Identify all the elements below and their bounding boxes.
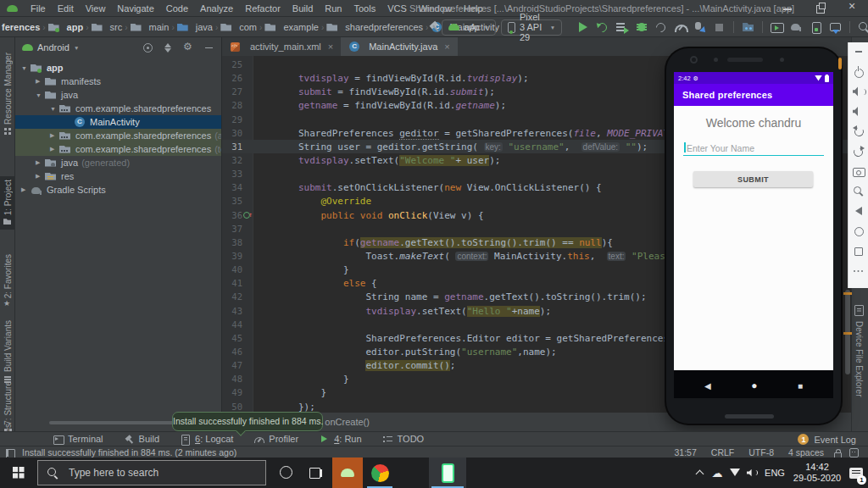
wifi-tray-button[interactable] <box>726 458 743 488</box>
tree-collapsed-arrow[interactable]: ▶ <box>36 159 45 166</box>
horizontal-scrollbar[interactable] <box>49 421 176 424</box>
window-close-button[interactable] <box>837 0 866 17</box>
debug-icon[interactable] <box>634 20 648 34</box>
taskbar-clock[interactable]: 14:42 29-05-2020 <box>789 458 845 488</box>
tool-window-toggle-icon[interactable] <box>5 448 15 458</box>
taskbar-chrome-button[interactable] <box>364 458 395 488</box>
menu-build[interactable]: Build <box>287 0 319 17</box>
tree-item-com.example.sharedpreferences[interactable]: ▼com.example.sharedpreferences <box>15 102 221 115</box>
tree-collapsed-arrow[interactable]: ▶ <box>36 173 45 180</box>
menu-navigate[interactable]: Navigate <box>111 0 159 17</box>
zoom-icon[interactable] <box>852 185 865 198</box>
menu-file[interactable]: File <box>25 0 52 17</box>
menu-analyze[interactable]: Analyze <box>194 0 239 17</box>
project-view-selector[interactable]: Android <box>37 42 70 53</box>
tree-item-app[interactable]: ▼app <box>15 61 221 75</box>
editor-breadcrumb-item[interactable]: onCreate() <box>325 417 370 427</box>
tree-item-com.example.sharedpreferences[interactable]: ▶com.example.sharedpreferences(test) <box>15 142 221 156</box>
build-hammer-icon[interactable] <box>428 20 437 34</box>
breadcrumb-item-sharedpreferences[interactable]: sharedpreferences <box>326 22 423 33</box>
language-indicator[interactable]: ENG <box>760 458 789 488</box>
close-icon[interactable]: × <box>444 42 449 52</box>
device-selector[interactable]: Pixel 3 API 29 ▼ <box>501 19 562 36</box>
tree-item-res[interactable]: ▶res <box>15 169 221 183</box>
taskbar-blue-app-button[interactable] <box>397 458 427 488</box>
tree-item-java[interactable]: ▼java <box>15 88 221 102</box>
tree-expanded-arrow[interactable]: ▼ <box>21 65 31 71</box>
menu-tools[interactable]: Tools <box>348 0 381 17</box>
device-manager-icon[interactable] <box>741 20 755 34</box>
name-input[interactable] <box>683 141 824 156</box>
stripe-item-build-variants[interactable]: Build Variants <box>0 317 15 386</box>
task-view-button[interactable] <box>302 458 329 488</box>
tree-item-MainActivity[interactable]: MainActivity <box>15 115 221 129</box>
breadcrumb-item-com[interactable]: com <box>220 22 257 33</box>
breadcrumb-item-example[interactable]: example <box>264 22 319 33</box>
gradle-sync-icon[interactable] <box>789 20 804 34</box>
menu-run[interactable]: Run <box>319 0 348 17</box>
hide-panel-icon[interactable] <box>203 42 214 53</box>
window-maximize-button[interactable] <box>805 0 834 17</box>
status-widget-utf-8[interactable]: UTF-8 <box>748 447 774 458</box>
tool-window-build[interactable]: Build <box>124 434 159 445</box>
locate-file-icon[interactable] <box>142 42 153 53</box>
menu-view[interactable]: View <box>80 0 112 17</box>
tree-item-Gradle Scripts[interactable]: ▶Gradle Scripts <box>15 183 221 197</box>
onedrive-tray-icon[interactable]: ☁ <box>709 458 726 488</box>
search-input[interactable] <box>67 466 236 480</box>
taskbar-search[interactable] <box>37 460 266 485</box>
tree-collapsed-arrow[interactable]: ▶ <box>50 132 59 139</box>
overview-icon[interactable] <box>852 244 865 258</box>
gear-icon[interactable] <box>183 42 194 53</box>
tool-window-profiler[interactable]: Profiler <box>253 434 298 445</box>
run-configuration-selector[interactable]: app ▼ <box>442 19 496 36</box>
rotate-left-icon[interactable] <box>852 125 865 138</box>
tree-collapsed-arrow[interactable]: ▶ <box>21 186 31 193</box>
tree-collapsed-arrow[interactable]: ▶ <box>36 78 45 85</box>
tree-item-com.example.sharedpreferences[interactable]: ▶com.example.sharedpreferences(androidTe… <box>15 129 221 142</box>
highlighting-level-icon[interactable] <box>849 447 860 458</box>
tree-item-manifests[interactable]: ▶manifests <box>15 75 221 88</box>
status-widget-crlf[interactable]: CRLF <box>711 447 734 458</box>
tree-expanded-arrow[interactable]: ▼ <box>36 92 45 98</box>
menu-code[interactable]: Code <box>160 0 194 17</box>
warning-stripe-mark[interactable] <box>843 292 852 295</box>
breadcrumb-item-app[interactable]: app <box>48 22 84 33</box>
menu-vcs[interactable]: VCS <box>381 0 413 17</box>
screenshot-icon[interactable] <box>852 164 865 178</box>
back-icon[interactable] <box>704 377 711 392</box>
volume-up-icon[interactable] <box>852 85 865 98</box>
taskbar-emulator-button[interactable] <box>429 458 466 488</box>
tree-expanded-arrow[interactable]: ▼ <box>50 106 59 112</box>
stop-icon[interactable] <box>712 20 726 34</box>
submit-button[interactable]: SUBMIT <box>693 171 813 187</box>
start-button[interactable] <box>0 458 37 488</box>
volume-down-icon[interactable] <box>852 105 865 119</box>
breadcrumb-item-src[interactable]: src <box>92 22 123 33</box>
play-icon[interactable] <box>576 20 590 34</box>
breadcrumb-item-ferences[interactable]: ferences <box>2 22 40 32</box>
overriding-method-icon[interactable] <box>243 212 250 219</box>
stripe-item-2-favorites[interactable]: 2: Favorites <box>0 251 15 313</box>
search-icon[interactable] <box>857 20 868 34</box>
layout-inspector-icon[interactable] <box>809 20 823 34</box>
cortana-button[interactable] <box>273 458 300 488</box>
tree-item-java[interactable]: ▶java(generated) <box>15 156 221 169</box>
tab-activity_main.xml[interactable]: activity_main.xml× <box>222 37 341 56</box>
breadcrumb-item-main[interactable]: main <box>131 22 170 33</box>
taskbar-android-studio-button[interactable] <box>332 458 363 488</box>
more-icon[interactable] <box>852 264 865 278</box>
event-log-button[interactable]: Event Log <box>814 435 856 445</box>
home-icon[interactable] <box>751 377 757 392</box>
tray-expand-button[interactable] <box>692 458 709 488</box>
stripe-item-resource-manager[interactable]: Resource Manager <box>0 49 15 139</box>
profiler-icon[interactable] <box>673 20 687 34</box>
notification-center-button[interactable]: 1 <box>845 458 867 488</box>
sdk-manager-icon[interactable] <box>828 20 843 34</box>
stripe-item-1-project[interactable]: 1: Project <box>0 176 15 230</box>
tool-window-todo[interactable]: TODO <box>382 434 425 445</box>
tool-window-terminal[interactable]: Terminal <box>53 434 103 445</box>
breadcrumb-item-java[interactable]: java <box>177 22 213 33</box>
status-widget-31-57[interactable]: 31:57 <box>675 447 697 458</box>
overview-icon[interactable] <box>798 377 803 392</box>
